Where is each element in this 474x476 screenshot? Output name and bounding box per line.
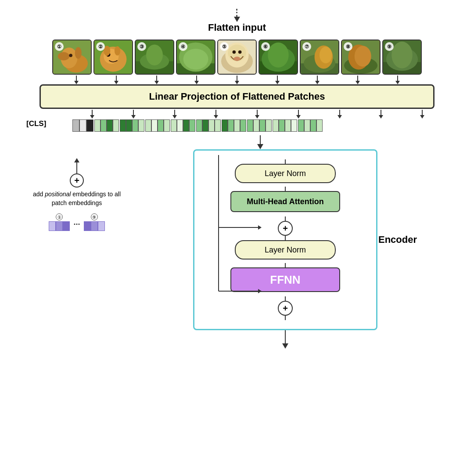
- patch-3: ③: [135, 40, 174, 75]
- layer-norm-2-label: Layer Norm: [265, 245, 306, 255]
- patch-2: ②: [93, 40, 133, 75]
- patch-number-6: ⑥: [261, 42, 270, 51]
- arrow-proj-3: [155, 110, 194, 119]
- patch-number-2: ②: [96, 42, 105, 51]
- svg-point-25: [233, 50, 236, 54]
- patch-6: ⑥: [259, 40, 298, 75]
- patch-1: ①: [52, 40, 92, 75]
- svg-point-4: [69, 54, 72, 57]
- embedding-sequence: [72, 119, 323, 132]
- arrow-patch-7: [298, 76, 337, 84]
- arrow-patch-6: [258, 76, 297, 84]
- cls-token: [72, 119, 93, 132]
- add-circle-1: +: [278, 221, 293, 236]
- svg-point-16: [146, 45, 163, 66]
- patch-arrows: [57, 76, 417, 84]
- svg-point-12: [115, 46, 120, 55]
- enc-line-1: [285, 187, 286, 191]
- encoder-label: Encoder: [378, 234, 417, 245]
- add-2-row: +: [208, 301, 363, 316]
- patch-7: ⑦: [300, 40, 339, 75]
- patch-number-1: ①: [55, 42, 64, 51]
- embedding-area: [72, 110, 448, 149]
- pos-text-italic: positional: [45, 191, 71, 198]
- svg-point-3: [58, 52, 70, 61]
- arrow-patch-8: [338, 76, 377, 84]
- arrow-patch-4: [178, 76, 216, 84]
- add-circle-2: +: [278, 301, 293, 316]
- arrow-patch-5: [218, 76, 256, 84]
- flatten-label: Flatten input: [208, 22, 266, 33]
- flatten-input-section: Flatten input: [208, 9, 266, 35]
- arrow-patch-1: [57, 76, 96, 84]
- enc-out-line: [285, 316, 286, 320]
- positional-section: + add positional embeddings to all patch…: [26, 158, 123, 231]
- add-2-label: +: [283, 303, 288, 314]
- patch-number-9: ⑨: [385, 42, 394, 51]
- patch-number-7: ⑦: [302, 42, 311, 51]
- svg-point-36: [320, 47, 332, 63]
- mha-label: Multi-Head Attention: [247, 197, 323, 206]
- arrow-proj-8: [361, 110, 401, 119]
- linear-projection-box: Linear Projection of Flattened Patches: [40, 84, 434, 109]
- encoder-content: Layer Norm Multi-Head Attention: [208, 159, 363, 320]
- ffnn-label: FFNN: [270, 273, 300, 287]
- patch-number-8: ⑧: [344, 42, 352, 51]
- encoder-output-arrow: [282, 330, 288, 349]
- patch-9: ⑨: [382, 40, 422, 75]
- pos-dots: ...: [73, 218, 80, 227]
- patch-number-5: ⑤: [220, 42, 229, 51]
- arrow-proj-1: [72, 110, 112, 119]
- embed-to-encoder-arrow: [72, 133, 448, 149]
- arrow-proj-5: [237, 110, 277, 119]
- bottom-section: + add positional embeddings to all patch…: [26, 149, 448, 349]
- pos-label-1: ①: [56, 213, 63, 220]
- post-projection-section: [CLS]: [26, 110, 448, 149]
- cls-label: [CLS]: [26, 119, 46, 128]
- svg-point-31: [268, 43, 289, 68]
- embed-6: [222, 119, 246, 132]
- cls-label-area: [CLS]: [26, 110, 72, 129]
- mha-box: Multi-Head Attention: [230, 191, 340, 212]
- layer-norm-1-label: Layer Norm: [265, 169, 306, 178]
- pos-text-add: add: [33, 191, 45, 198]
- ffnn-box: FFNN: [230, 267, 340, 292]
- embed-5: [196, 119, 221, 132]
- embed-1: [94, 119, 119, 132]
- add-1-row: +: [208, 221, 363, 236]
- arrow-proj-4: [196, 110, 236, 119]
- patch-8: ⑧: [341, 40, 381, 75]
- enc-line-2: [285, 216, 286, 221]
- linear-projection-label: Linear Projection of Flattened Patches: [149, 91, 325, 102]
- patch-5: ⑤: [217, 40, 257, 75]
- svg-point-20: [183, 49, 208, 70]
- patch-4: ④: [176, 40, 215, 75]
- svg-point-5: [75, 47, 82, 59]
- embed-9: [298, 119, 323, 132]
- arrow-patch-3: [137, 76, 176, 84]
- patch-number-3: ③: [137, 42, 146, 51]
- arrow-patch-9: [379, 76, 417, 84]
- positional-text: add positional embeddings to all patch e…: [31, 190, 123, 207]
- pos-block-1: ①: [49, 213, 70, 231]
- projection-arrows: [72, 110, 442, 119]
- enc-line-3: [285, 236, 286, 240]
- embed-7: [247, 119, 272, 132]
- layer-norm-2-box: Layer Norm: [235, 240, 336, 260]
- patches-row: ① ②: [52, 40, 422, 75]
- embed-4: [171, 119, 195, 132]
- arrow-patch-2: [97, 76, 136, 84]
- arrow-proj-6: [279, 110, 318, 119]
- enc-line-4: [285, 263, 286, 267]
- dotted-arrow: [234, 9, 240, 22]
- embed-2: [120, 119, 144, 132]
- encoder-area: Layer Norm Multi-Head Attention: [123, 149, 448, 349]
- center-arrow-down: [257, 135, 263, 149]
- svg-point-40: [355, 46, 371, 67]
- add-1-label: +: [283, 224, 288, 234]
- arrow-proj-9: [402, 110, 442, 119]
- diagram-container: Flatten input ① ②: [0, 0, 474, 476]
- positional-plus-circle: +: [70, 173, 84, 188]
- patch-number-4: ④: [179, 42, 187, 51]
- pos-block-9: ⑨: [84, 213, 105, 231]
